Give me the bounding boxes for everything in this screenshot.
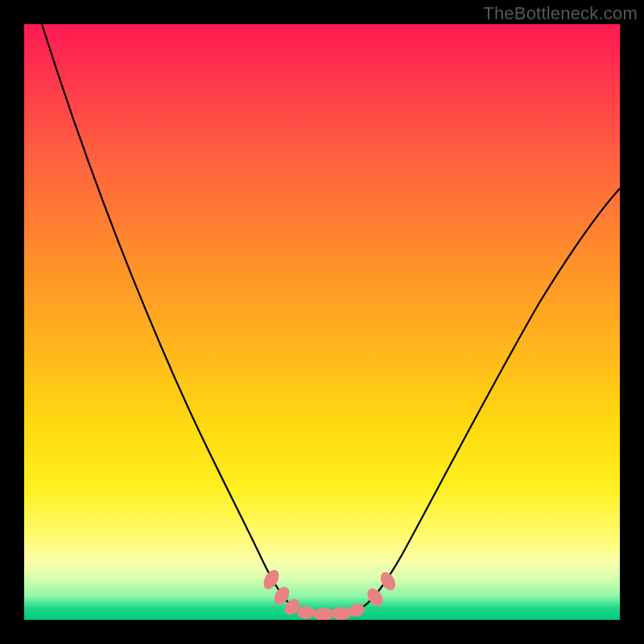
curve-right (359, 188, 620, 609)
markers-floor (297, 601, 366, 620)
marker-dot-icon (297, 606, 315, 619)
markers-right (365, 570, 398, 609)
chart-frame: TheBottleneck.com (0, 0, 644, 644)
marker-dot-icon (331, 607, 352, 620)
marker-dot-icon (365, 586, 386, 609)
watermark-text: TheBottleneck.com (483, 3, 638, 24)
markers-left (261, 568, 303, 618)
marker-dot-icon (261, 568, 283, 592)
chart-plot-area (24, 24, 620, 620)
curve-left (42, 24, 295, 609)
chart-curves (24, 24, 620, 620)
